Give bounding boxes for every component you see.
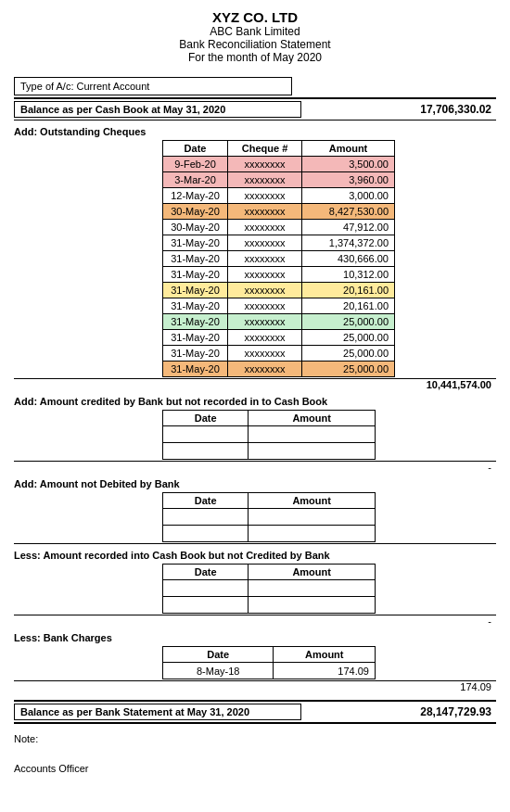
cheque-cell: xxxxxxxx [228,330,302,346]
date-cell: 9-Feb-20 [163,157,228,172]
table-row: 31-May-20xxxxxxxx430,666.00 [163,251,395,267]
table-row: 31-May-20xxxxxxxx25,000.00 [163,346,395,362]
amount-cell: 8,427,530.00 [302,204,395,220]
date-cell: 30-May-20 [163,220,228,235]
company-name: XYZ CO. LTD [14,9,496,25]
not-credited-table: Date Amount [162,564,376,614]
outstanding-cheques-title: Add: Outstanding Cheques [14,126,496,137]
outstanding-cheques-subtotal: 10,441,574.00 [14,378,496,390]
date-cell: 31-May-20 [163,314,228,330]
cheque-cell: xxxxxxxx [228,235,302,251]
table-row: 31-May-20xxxxxxxx25,000.00 [163,314,395,330]
bank-charges-title: Less: Bank Charges [14,632,496,643]
amount-cell: 20,161.00 [302,298,395,314]
cheque-cell: xxxxxxxx [228,188,302,204]
date-cell: 12-May-20 [163,188,228,204]
table-row: 31-May-20xxxxxxxx1,374,372.00 [163,235,395,251]
date-cell: 31-May-20 [163,283,228,298]
cheque-cell: xxxxxxxx [228,220,302,235]
col-date: Date [163,141,228,157]
amount-cell [249,443,376,460]
amount-cell: 25,000.00 [302,346,395,362]
table-row [163,426,376,443]
outstanding-cheques-table: Date Cheque # Amount 9-Feb-20xxxxxxxx3,5… [162,140,395,377]
col-amount-4: Amount [249,565,376,580]
table-row [163,443,376,460]
table-row: 30-May-20xxxxxxxx47,912.00 [163,220,395,235]
amount-cell: 25,000.00 [302,362,395,377]
table-row: 8-May-18174.09 [163,663,376,679]
col-amount-2: Amount [249,411,376,426]
table-row: 31-May-20xxxxxxxx25,000.00 [163,330,395,346]
not-credited-subtotal: - [14,615,496,627]
note-label: Note: [14,733,38,744]
date-cell: 31-May-20 [163,251,228,267]
table-row: 30-May-20xxxxxxxx8,427,530.00 [163,204,395,220]
final-balance-value: 28,147,729.93 [420,705,496,718]
accounts-officer: Accounts Officer [14,763,496,774]
date-cell [163,526,249,542]
final-balance-row: Balance as per Bank Statement at May 31,… [14,700,496,724]
amount-cell [249,580,376,597]
credited-not-recorded-subtotal: - [14,461,496,473]
amount-cell [249,597,376,614]
date-cell: 31-May-20 [163,298,228,314]
cheque-cell: xxxxxxxx [228,283,302,298]
amount-cell: 3,960.00 [302,172,395,188]
amount-cell: 20,161.00 [302,283,395,298]
cash-book-balance-row: Balance as per Cash Book at May 31, 2020… [14,97,496,121]
amount-cell: 430,666.00 [302,251,395,267]
amount-cell [249,426,376,443]
cheque-cell: xxxxxxxx [228,267,302,283]
date-cell [163,597,249,614]
bank-name: ABC Bank Limited [14,25,496,38]
col-date-3: Date [163,493,249,509]
date-cell: 3-Mar-20 [163,172,228,188]
cheque-cell: xxxxxxxx [228,346,302,362]
table-row: 9-Feb-20xxxxxxxx3,500.00 [163,157,395,172]
account-type-box: Type of A/c: Current Account [14,77,292,95]
table-row [163,580,376,597]
col-date-4: Date [163,565,249,580]
cheque-cell: xxxxxxxx [228,298,302,314]
col-cheque: Cheque # [228,141,302,157]
table-row [163,509,376,526]
outstanding-cheques-subtotal-value: 10,441,574.00 [389,379,491,390]
amount-cell: 25,000.00 [302,330,395,346]
date-cell [163,426,249,443]
date-cell: 31-May-20 [163,330,228,346]
date-cell [163,509,249,526]
date-cell [163,580,249,597]
table-row: 31-May-20xxxxxxxx20,161.00 [163,298,395,314]
report-title: Bank Reconciliation Statement [14,38,496,51]
amount-cell: 3,500.00 [302,157,395,172]
cheque-cell: xxxxxxxx [228,204,302,220]
table-row: 31-May-20xxxxxxxx10,312.00 [163,267,395,283]
cash-book-balance-value: 17,706,330.02 [420,103,496,116]
not-debited-title: Add: Amount not Debited by Bank [14,478,496,489]
report-period: For the month of May 2020 [14,51,496,64]
table-row: 3-Mar-20xxxxxxxx3,960.00 [163,172,395,188]
date-cell: 31-May-20 [163,235,228,251]
not-credited-title: Less: Amount recorded into Cash Book but… [14,550,496,561]
date-cell: 31-May-20 [163,346,228,362]
credited-not-recorded-table: Date Amount [162,410,376,460]
final-balance-label: Balance as per Bank Statement at May 31,… [14,704,301,720]
date-cell: 30-May-20 [163,204,228,220]
bank-charges-subtotal: 174.09 [14,680,496,692]
note-section: Note: [14,733,496,744]
amount-cell: 3,000.00 [302,188,395,204]
not-debited-table: Date Amount [162,492,376,542]
amount-cell: 1,374,372.00 [302,235,395,251]
header-section: XYZ CO. LTD ABC Bank Limited Bank Reconc… [14,9,496,64]
date-cell [163,443,249,460]
not-credited-subtotal-value: - [389,615,491,627]
amount-cell: 10,312.00 [302,267,395,283]
not-debited-subtotal [14,543,496,544]
credited-not-recorded-subtotal-value: - [389,462,491,473]
amount-cell: 25,000.00 [302,314,395,330]
cash-book-balance-label: Balance as per Cash Book at May 31, 2020 [14,101,301,118]
date-cell: 31-May-20 [163,267,228,283]
table-row: 12-May-20xxxxxxxx3,000.00 [163,188,395,204]
bank-charges-table: Date Amount 8-May-18174.09 [162,646,376,679]
